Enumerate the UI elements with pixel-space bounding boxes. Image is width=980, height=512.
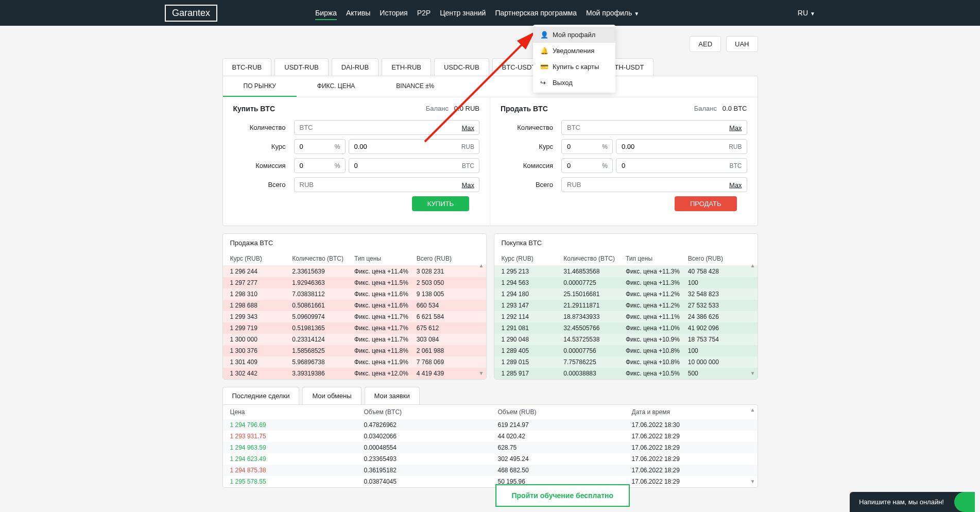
buy-total-input[interactable] <box>294 177 480 192</box>
trades-panel: Цена Объем (BTC) Объем (RUB) Дата и врем… <box>222 404 758 488</box>
orderbook-row[interactable]: 1 299 3435.09609974Фикс. цена +11.7%6 62… <box>223 311 486 322</box>
orderbook-row[interactable]: 1 285 9170.00038883Фикс. цена +10.5%500 <box>494 368 758 379</box>
orderbook-buy-title: Покупка BTC <box>494 234 758 252</box>
logout-icon: ↪ <box>540 79 547 87</box>
card-icon: 💳 <box>540 63 547 71</box>
sell-button[interactable]: ПРОДАТЬ <box>675 196 737 211</box>
nav-p2p[interactable]: P2P <box>417 2 431 24</box>
orderbook-row[interactable]: 1 298 6880.50861661Фикс. цена +11.6%660 … <box>223 300 486 311</box>
buy-title: Купить BTC <box>233 105 276 113</box>
currency-tabs: AED UAH <box>222 36 758 52</box>
buy-button[interactable]: КУПИТЬ <box>412 196 469 211</box>
orderbook-row[interactable]: 1 293 14721.29111871Фикс. цена +11.2%27 … <box>494 300 758 311</box>
orderbook-row[interactable]: 1 296 2442.33615639Фикс. цена +11.4%3 02… <box>223 266 486 277</box>
nav-knowledge[interactable]: Центр знаний <box>440 2 486 24</box>
nav-assets[interactable]: Активы <box>346 2 370 24</box>
brand-logo[interactable]: Garantex <box>165 5 217 22</box>
orderbook-row[interactable]: 1 300 3761.58568525Фикс. цена +11.8%2 06… <box>223 345 486 356</box>
user-icon: 👤 <box>540 31 547 39</box>
tab-recent-trades[interactable]: Последние сделки <box>222 387 300 404</box>
nav-profile[interactable]: Мой профиль▼ <box>586 2 639 24</box>
sell-fee-val[interactable] <box>616 158 747 173</box>
sell-total-input[interactable] <box>561 177 747 192</box>
buy-rate-val[interactable] <box>349 139 480 154</box>
scroll-up-icon[interactable]: ▲ <box>750 263 755 268</box>
sell-total-max[interactable]: Max <box>729 181 742 189</box>
orderbook-row[interactable]: 1 295 21331.46853568Фикс. цена +11.3%40 … <box>494 266 758 277</box>
pair-tab[interactable]: DAI-RUB <box>332 58 379 76</box>
orderbook-row[interactable]: 1 298 3107.03838112Фикс. цена +11.6%9 13… <box>223 288 486 300</box>
orderbook-row[interactable]: 1 292 11418.87343933Фикс. цена +11.1%24 … <box>494 311 758 322</box>
buy-fee-val[interactable] <box>349 158 480 173</box>
orderbook-row[interactable]: 1 299 7190.51981365Фикс. цена +11.7%675 … <box>223 322 486 334</box>
buy-qty-label: Количество <box>233 124 290 131</box>
orderbook-row[interactable]: 1 289 4050.00007756Фикс. цена +10.8%100 <box>494 345 758 356</box>
mode-fixed[interactable]: ФИКС. ЦЕНА <box>297 76 376 97</box>
trade-row[interactable]: 1 294 963.590.00048554628.7517.06.2022 1… <box>223 442 758 453</box>
orderbook-row[interactable]: 1 291 08132.45505766Фикс. цена +11.0%41 … <box>494 322 758 334</box>
trade-row[interactable]: 1 294 623.490.23365493302 495.2417.06.20… <box>223 453 758 465</box>
sell-balance-label: Баланс <box>694 105 717 112</box>
tab-my-swaps[interactable]: Мои обмены <box>302 387 361 404</box>
nav-lang[interactable]: RU▼ <box>798 2 815 24</box>
sell-total-label: Всего <box>501 181 557 189</box>
bell-icon: 🔔 <box>540 47 547 55</box>
training-banner[interactable]: Пройти обучение бесплатно <box>495 484 630 488</box>
dropdown-buy-card[interactable]: 💳Купить с карты <box>533 59 615 75</box>
buy-section: Купить BTC Баланс 0.0 RUB Количество Max… <box>223 97 491 226</box>
orderbook-row[interactable]: 1 301 4095.96896738Фикс. цена +11.9%7 76… <box>223 356 486 368</box>
dropdown-logout[interactable]: ↪Выход <box>533 75 615 91</box>
pair-tab[interactable]: USDC-RUB <box>434 58 489 76</box>
sell-fee-label: Комиссия <box>501 162 557 169</box>
pair-tab[interactable]: ETH-RUB <box>382 58 431 76</box>
orderbook-row[interactable]: 1 297 2771.92946363Фикс. цена +11.5%2 50… <box>223 277 486 288</box>
nav-partner[interactable]: Партнерская программа <box>495 2 577 24</box>
dropdown-notifications[interactable]: 🔔Уведомления <box>533 43 615 59</box>
scroll-down-icon[interactable]: ▼ <box>750 370 755 376</box>
sell-qty-label: Количество <box>501 124 557 131</box>
scroll-down-icon[interactable]: ▼ <box>479 370 484 376</box>
buy-qty-max[interactable]: Max <box>461 124 474 131</box>
buy-fee-label: Комиссия <box>233 162 290 169</box>
sell-qty-input[interactable] <box>561 120 747 135</box>
buy-total-label: Всего <box>233 181 290 189</box>
sell-title: Продать BTC <box>501 105 548 113</box>
dropdown-profile[interactable]: 👤Мой профайл <box>533 27 615 43</box>
trade-row[interactable]: 1 293 931.750.0340206644 020.4217.06.202… <box>223 431 758 442</box>
trade-row[interactable]: 1 294 875.380.36195182468 682.5017.06.20… <box>223 465 758 476</box>
trade-row[interactable]: 1 295 578.550.0387404550 195.9617.06.202… <box>223 476 758 487</box>
trade-panel: ПО РЫНКУ ФИКС. ЦЕНА BINANCE ±% Купить BT… <box>222 76 758 226</box>
nav-exchange[interactable]: Биржа <box>315 2 337 24</box>
navbar: Garantex Биржа Активы История P2P Центр … <box>0 0 980 26</box>
trade-row[interactable]: 1 294 796.690.47826962619 214.9717.06.20… <box>223 419 758 431</box>
pair-tab[interactable]: USDT-RUB <box>274 58 328 76</box>
mode-binance[interactable]: BINANCE ±% <box>375 76 455 97</box>
buy-total-max[interactable]: Max <box>461 181 474 189</box>
sell-qty-max[interactable]: Max <box>729 124 742 131</box>
orderbook-row[interactable]: 1 290 04814.53725538Фикс. цена +10.9%18 … <box>494 334 758 345</box>
orderbook-row[interactable]: 1 302 4423.39319386Фикс. цена +12.0%4 41… <box>223 368 486 379</box>
buy-balance-label: Баланс <box>426 105 449 112</box>
profile-dropdown: 👤Мой профайл 🔔Уведомления 💳Купить с карт… <box>533 25 615 93</box>
pair-tabs: BTC-RUB USDT-RUB DAI-RUB ETH-RUB USDC-RU… <box>222 58 758 76</box>
orderbook-row[interactable]: 1 294 5630.00007725Фикс. цена +11.3%100 <box>494 277 758 288</box>
scroll-up-icon[interactable]: ▲ <box>479 263 484 268</box>
nav-history[interactable]: История <box>380 2 407 24</box>
mode-market[interactable]: ПО РЫНКУ <box>223 76 297 97</box>
buy-qty-input[interactable] <box>294 120 480 135</box>
scroll-down-icon[interactable]: ▼ <box>750 479 755 484</box>
currency-tab-aed[interactable]: AED <box>690 36 721 52</box>
orderbook-row[interactable]: 1 294 18025.15016681Фикс. цена +11.2%32 … <box>494 288 758 300</box>
buy-balance-value: 0.0 RUB <box>454 105 479 112</box>
chevron-down-icon: ▼ <box>810 11 815 16</box>
orderbook-row[interactable]: 1 300 0000.23314124Фикс. цена +11.7%303 … <box>223 334 486 345</box>
currency-tab-uah[interactable]: UAH <box>726 36 758 52</box>
orderbook-buy: Покупка BTC Курс (RUB) Количество (BTC) … <box>494 233 758 380</box>
sell-balance-value: 0.0 BTC <box>723 105 747 112</box>
orderbook-row[interactable]: 1 289 0157.75786225Фикс. цена +10.8%10 0… <box>494 356 758 368</box>
tab-my-orders[interactable]: Мои заявки <box>365 387 420 404</box>
sell-rate-label: Курс <box>501 143 557 150</box>
pair-tab[interactable]: BTC-RUB <box>222 58 272 76</box>
scroll-up-icon[interactable]: ▲ <box>750 407 755 413</box>
sell-rate-val[interactable] <box>616 139 747 154</box>
